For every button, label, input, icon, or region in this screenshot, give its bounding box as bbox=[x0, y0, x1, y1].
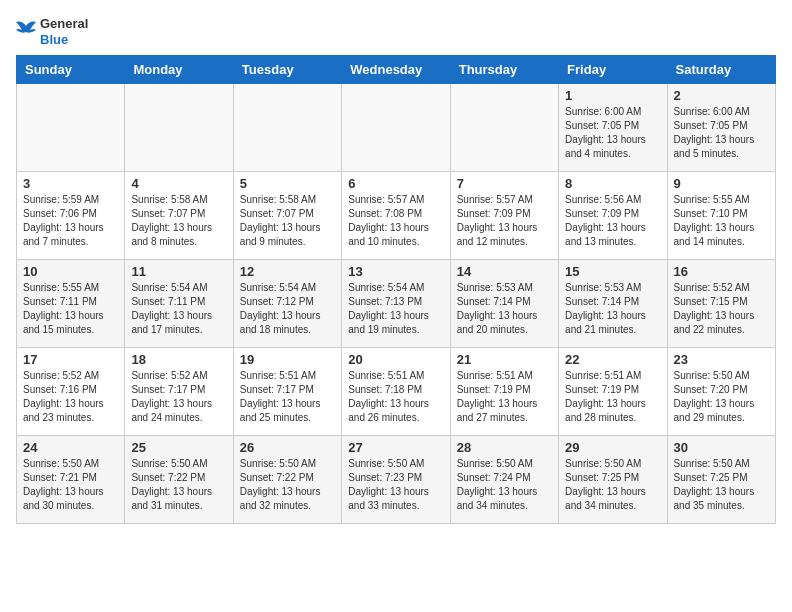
calendar-cell: 19Sunrise: 5:51 AMSunset: 7:17 PMDayligh… bbox=[233, 348, 341, 436]
calendar-cell: 25Sunrise: 5:50 AMSunset: 7:22 PMDayligh… bbox=[125, 436, 233, 524]
calendar-cell: 2Sunrise: 6:00 AMSunset: 7:05 PMDaylight… bbox=[667, 84, 775, 172]
logo-blue: Blue bbox=[40, 32, 88, 48]
calendar-cell: 11Sunrise: 5:54 AMSunset: 7:11 PMDayligh… bbox=[125, 260, 233, 348]
day-number: 6 bbox=[348, 176, 443, 191]
day-info: Sunrise: 5:55 AMSunset: 7:10 PMDaylight:… bbox=[674, 193, 769, 249]
calendar-cell bbox=[342, 84, 450, 172]
calendar-cell: 7Sunrise: 5:57 AMSunset: 7:09 PMDaylight… bbox=[450, 172, 558, 260]
logo-bird-icon bbox=[16, 18, 36, 46]
calendar-table: SundayMondayTuesdayWednesdayThursdayFrid… bbox=[16, 55, 776, 524]
day-number: 9 bbox=[674, 176, 769, 191]
day-info: Sunrise: 5:50 AMSunset: 7:22 PMDaylight:… bbox=[131, 457, 226, 513]
day-info: Sunrise: 5:54 AMSunset: 7:11 PMDaylight:… bbox=[131, 281, 226, 337]
calendar-cell: 9Sunrise: 5:55 AMSunset: 7:10 PMDaylight… bbox=[667, 172, 775, 260]
day-info: Sunrise: 5:51 AMSunset: 7:18 PMDaylight:… bbox=[348, 369, 443, 425]
day-info: Sunrise: 5:54 AMSunset: 7:12 PMDaylight:… bbox=[240, 281, 335, 337]
logo: General Blue bbox=[16, 16, 88, 47]
day-number: 15 bbox=[565, 264, 660, 279]
calendar-cell: 26Sunrise: 5:50 AMSunset: 7:22 PMDayligh… bbox=[233, 436, 341, 524]
day-info: Sunrise: 5:55 AMSunset: 7:11 PMDaylight:… bbox=[23, 281, 118, 337]
day-number: 1 bbox=[565, 88, 660, 103]
day-number: 11 bbox=[131, 264, 226, 279]
calendar-cell: 22Sunrise: 5:51 AMSunset: 7:19 PMDayligh… bbox=[559, 348, 667, 436]
day-number: 18 bbox=[131, 352, 226, 367]
day-number: 24 bbox=[23, 440, 118, 455]
weekday-header-friday: Friday bbox=[559, 56, 667, 84]
weekday-header-monday: Monday bbox=[125, 56, 233, 84]
weekday-header-sunday: Sunday bbox=[17, 56, 125, 84]
day-number: 13 bbox=[348, 264, 443, 279]
calendar-cell: 15Sunrise: 5:53 AMSunset: 7:14 PMDayligh… bbox=[559, 260, 667, 348]
day-number: 3 bbox=[23, 176, 118, 191]
calendar-cell: 12Sunrise: 5:54 AMSunset: 7:12 PMDayligh… bbox=[233, 260, 341, 348]
calendar-cell bbox=[233, 84, 341, 172]
day-number: 22 bbox=[565, 352, 660, 367]
calendar-cell bbox=[17, 84, 125, 172]
day-number: 26 bbox=[240, 440, 335, 455]
day-number: 17 bbox=[23, 352, 118, 367]
weekday-header-tuesday: Tuesday bbox=[233, 56, 341, 84]
calendar-cell: 5Sunrise: 5:58 AMSunset: 7:07 PMDaylight… bbox=[233, 172, 341, 260]
day-info: Sunrise: 5:51 AMSunset: 7:19 PMDaylight:… bbox=[457, 369, 552, 425]
day-info: Sunrise: 5:57 AMSunset: 7:09 PMDaylight:… bbox=[457, 193, 552, 249]
day-number: 16 bbox=[674, 264, 769, 279]
day-number: 2 bbox=[674, 88, 769, 103]
weekday-header-wednesday: Wednesday bbox=[342, 56, 450, 84]
calendar-cell: 6Sunrise: 5:57 AMSunset: 7:08 PMDaylight… bbox=[342, 172, 450, 260]
day-info: Sunrise: 5:51 AMSunset: 7:19 PMDaylight:… bbox=[565, 369, 660, 425]
calendar-cell bbox=[125, 84, 233, 172]
calendar-cell: 20Sunrise: 5:51 AMSunset: 7:18 PMDayligh… bbox=[342, 348, 450, 436]
logo-container: General Blue bbox=[16, 16, 88, 47]
calendar-week-row: 10Sunrise: 5:55 AMSunset: 7:11 PMDayligh… bbox=[17, 260, 776, 348]
calendar-cell: 3Sunrise: 5:59 AMSunset: 7:06 PMDaylight… bbox=[17, 172, 125, 260]
calendar-cell: 24Sunrise: 5:50 AMSunset: 7:21 PMDayligh… bbox=[17, 436, 125, 524]
day-info: Sunrise: 5:50 AMSunset: 7:24 PMDaylight:… bbox=[457, 457, 552, 513]
day-info: Sunrise: 5:50 AMSunset: 7:20 PMDaylight:… bbox=[674, 369, 769, 425]
calendar-week-row: 1Sunrise: 6:00 AMSunset: 7:05 PMDaylight… bbox=[17, 84, 776, 172]
day-info: Sunrise: 5:50 AMSunset: 7:21 PMDaylight:… bbox=[23, 457, 118, 513]
day-info: Sunrise: 5:52 AMSunset: 7:15 PMDaylight:… bbox=[674, 281, 769, 337]
day-info: Sunrise: 5:58 AMSunset: 7:07 PMDaylight:… bbox=[240, 193, 335, 249]
day-number: 21 bbox=[457, 352, 552, 367]
day-info: Sunrise: 6:00 AMSunset: 7:05 PMDaylight:… bbox=[674, 105, 769, 161]
calendar-week-row: 24Sunrise: 5:50 AMSunset: 7:21 PMDayligh… bbox=[17, 436, 776, 524]
day-number: 20 bbox=[348, 352, 443, 367]
day-info: Sunrise: 5:52 AMSunset: 7:16 PMDaylight:… bbox=[23, 369, 118, 425]
weekday-header-row: SundayMondayTuesdayWednesdayThursdayFrid… bbox=[17, 56, 776, 84]
calendar-cell bbox=[450, 84, 558, 172]
day-number: 19 bbox=[240, 352, 335, 367]
calendar-cell: 1Sunrise: 6:00 AMSunset: 7:05 PMDaylight… bbox=[559, 84, 667, 172]
day-info: Sunrise: 6:00 AMSunset: 7:05 PMDaylight:… bbox=[565, 105, 660, 161]
calendar-cell: 4Sunrise: 5:58 AMSunset: 7:07 PMDaylight… bbox=[125, 172, 233, 260]
day-number: 23 bbox=[674, 352, 769, 367]
calendar-cell: 28Sunrise: 5:50 AMSunset: 7:24 PMDayligh… bbox=[450, 436, 558, 524]
calendar-cell: 18Sunrise: 5:52 AMSunset: 7:17 PMDayligh… bbox=[125, 348, 233, 436]
calendar-cell: 13Sunrise: 5:54 AMSunset: 7:13 PMDayligh… bbox=[342, 260, 450, 348]
day-number: 29 bbox=[565, 440, 660, 455]
logo-text: General Blue bbox=[40, 16, 88, 47]
day-number: 5 bbox=[240, 176, 335, 191]
weekday-header-saturday: Saturday bbox=[667, 56, 775, 84]
day-number: 27 bbox=[348, 440, 443, 455]
page-header: General Blue bbox=[16, 16, 776, 47]
calendar-cell: 14Sunrise: 5:53 AMSunset: 7:14 PMDayligh… bbox=[450, 260, 558, 348]
day-number: 8 bbox=[565, 176, 660, 191]
calendar-cell: 16Sunrise: 5:52 AMSunset: 7:15 PMDayligh… bbox=[667, 260, 775, 348]
day-number: 14 bbox=[457, 264, 552, 279]
day-info: Sunrise: 5:50 AMSunset: 7:23 PMDaylight:… bbox=[348, 457, 443, 513]
day-number: 12 bbox=[240, 264, 335, 279]
day-number: 4 bbox=[131, 176, 226, 191]
calendar-cell: 30Sunrise: 5:50 AMSunset: 7:25 PMDayligh… bbox=[667, 436, 775, 524]
day-number: 28 bbox=[457, 440, 552, 455]
day-info: Sunrise: 5:56 AMSunset: 7:09 PMDaylight:… bbox=[565, 193, 660, 249]
calendar-cell: 10Sunrise: 5:55 AMSunset: 7:11 PMDayligh… bbox=[17, 260, 125, 348]
day-info: Sunrise: 5:53 AMSunset: 7:14 PMDaylight:… bbox=[457, 281, 552, 337]
calendar-cell: 8Sunrise: 5:56 AMSunset: 7:09 PMDaylight… bbox=[559, 172, 667, 260]
calendar-week-row: 3Sunrise: 5:59 AMSunset: 7:06 PMDaylight… bbox=[17, 172, 776, 260]
day-info: Sunrise: 5:51 AMSunset: 7:17 PMDaylight:… bbox=[240, 369, 335, 425]
day-number: 25 bbox=[131, 440, 226, 455]
calendar-cell: 29Sunrise: 5:50 AMSunset: 7:25 PMDayligh… bbox=[559, 436, 667, 524]
day-info: Sunrise: 5:50 AMSunset: 7:25 PMDaylight:… bbox=[674, 457, 769, 513]
day-number: 30 bbox=[674, 440, 769, 455]
calendar-cell: 23Sunrise: 5:50 AMSunset: 7:20 PMDayligh… bbox=[667, 348, 775, 436]
